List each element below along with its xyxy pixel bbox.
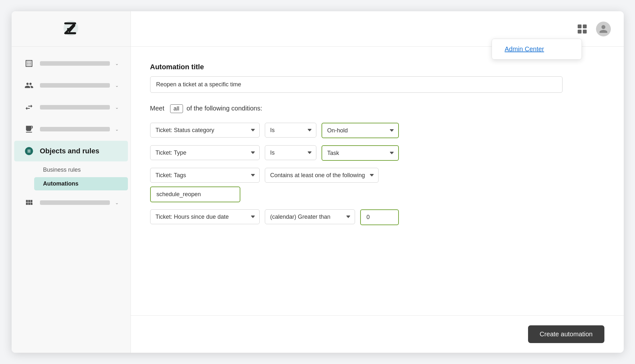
condition-row-4: Ticket: Hours since due date (calendar) … <box>150 209 604 225</box>
conditions-header: Meet all of the following conditions: <box>150 104 604 113</box>
conditions-meet-text: Meet <box>150 105 164 112</box>
sidebar-item-business-rules[interactable]: Business rules <box>34 163 128 177</box>
avatar <box>596 22 611 36</box>
zendesk-logo <box>60 18 82 40</box>
create-automation-button[interactable]: Create automation <box>528 325 604 343</box>
condition-1-field-select[interactable]: Ticket: Status category <box>150 123 260 138</box>
apps-grid-button[interactable] <box>575 22 590 36</box>
sidebar-label-bar-people <box>40 83 110 88</box>
admin-center-link[interactable]: Admin Center <box>505 45 544 53</box>
sidebar-navigation: ⌄ ⌄ ⌄ <box>12 47 130 353</box>
app-frame: ⌄ ⌄ ⌄ <box>12 11 624 353</box>
person-icon <box>599 24 608 34</box>
automation-title-input[interactable] <box>150 76 563 93</box>
sidebar: ⌄ ⌄ ⌄ <box>12 11 131 353</box>
condition-row-2: Ticket: Type Is Task <box>150 145 604 161</box>
sidebar-label-bar-channels <box>40 105 110 110</box>
condition-3-field-select[interactable]: Ticket: Tags <box>150 168 260 183</box>
building-icon <box>23 58 35 69</box>
condition-row-3-value <box>150 187 604 202</box>
chevron-down-icon: ⌄ <box>115 61 119 66</box>
condition-row-3: Ticket: Tags Contains at least one of th… <box>150 168 604 183</box>
sidebar-item-automations[interactable]: Automations <box>34 177 128 190</box>
condition-4-field-select[interactable]: Ticket: Hours since due date <box>150 209 260 224</box>
condition-2-value-select[interactable]: Task <box>322 145 399 161</box>
sidebar-label-bar-apps <box>40 200 110 205</box>
objects-icon <box>23 145 35 157</box>
condition-3-operator-select[interactable]: Contains at least one of the following <box>265 168 379 183</box>
condition-row-1: Ticket: Status category Is On-hold <box>150 123 604 138</box>
condition-4-operator-select[interactable]: (calendar) Greater than <box>265 209 355 224</box>
condition-1-operator-select[interactable]: Is <box>265 123 316 138</box>
page-body: Automation title Meet all of the followi… <box>131 47 624 315</box>
condition-4-value-input[interactable] <box>360 209 399 225</box>
sub-navigation: Business rules Automations <box>12 163 130 191</box>
condition-2-field-select[interactable]: Ticket: Type <box>150 145 260 160</box>
automation-title-label: Automation title <box>150 63 604 71</box>
chevron-down-icon-2: ⌄ <box>115 83 119 88</box>
grid-icon <box>578 24 587 34</box>
channels-icon <box>23 101 35 113</box>
condition-2-operator-select[interactable]: Is <box>265 145 316 160</box>
apps-icon <box>23 197 35 208</box>
sidebar-label-bar-workspace <box>40 127 110 131</box>
chevron-down-icon-3: ⌄ <box>115 105 119 110</box>
sidebar-item-label-objects: Objects and rules <box>40 147 100 155</box>
sidebar-item-apps[interactable]: ⌄ <box>14 192 128 213</box>
sidebar-item-channels[interactable]: ⌄ <box>14 97 128 118</box>
sidebar-logo <box>12 11 130 47</box>
condition-1-value-select[interactable]: On-hold <box>322 123 399 138</box>
main-content: Admin Center Automation title Meet all o… <box>131 11 624 353</box>
sidebar-label-bar-org <box>40 61 110 66</box>
people-icon <box>23 80 35 91</box>
chevron-down-icon-4: ⌄ <box>115 127 119 132</box>
footer-bar: Create automation <box>131 315 624 353</box>
sidebar-item-objects[interactable]: Objects and rules <box>14 141 128 161</box>
top-bar: Admin Center <box>131 11 624 47</box>
condition-3-tag-input[interactable] <box>150 187 240 202</box>
conditions-all-badge: all <box>170 104 183 113</box>
workspace-icon <box>23 123 35 135</box>
admin-center-dropdown: Admin Center <box>492 39 582 60</box>
sidebar-item-workspace[interactable]: ⌄ <box>14 119 128 139</box>
sidebar-item-people[interactable]: ⌄ <box>14 75 128 96</box>
chevron-down-icon-6: ⌄ <box>115 200 119 205</box>
sidebar-item-org[interactable]: ⌄ <box>14 53 128 74</box>
user-avatar-button[interactable] <box>596 22 611 36</box>
conditions-suffix-text: of the following conditions: <box>187 105 262 112</box>
